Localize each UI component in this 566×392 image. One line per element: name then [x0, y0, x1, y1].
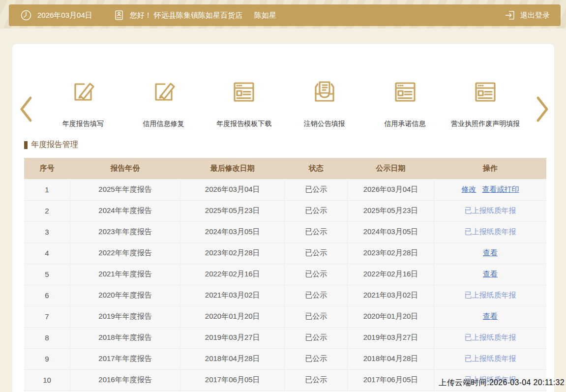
table-row: 32023年年度报告2024年03月05日已公示2024年03月05日已上报纸质… — [24, 221, 546, 242]
action-status-text: 已上报纸质年报 — [465, 354, 516, 362]
upload-time-watermark: 上传云端时间:2026-03-04 20:11:32 — [439, 378, 565, 388]
cell-year: 2020年年度报告 — [70, 285, 180, 306]
username-text: 陈如星 — [254, 11, 276, 20]
cell-published: 2020年01月20日 — [347, 306, 434, 327]
carousel-prev-button[interactable] — [18, 95, 33, 123]
cell-actions: 修改查看或打印 — [434, 179, 546, 200]
cell-year: 2017年年度报告 — [70, 348, 180, 369]
action-link[interactable]: 修改 — [462, 185, 477, 193]
document-icon — [391, 73, 419, 108]
menu-item-3[interactable]: 年度报告模板下载 — [204, 73, 284, 128]
chevron-right-icon — [536, 96, 550, 122]
column-header: 序号 — [24, 158, 70, 179]
cell-published: 2024年03月05日 — [347, 221, 434, 242]
cell-status: 已公示 — [285, 200, 347, 221]
topbar: 2026年03月04日 您好！ 怀远县陈集镇陈如星百货店 陈如星 退出登录 — [9, 4, 561, 26]
cell-modified: 2026年03月04日 — [180, 179, 285, 200]
menu-item-2[interactable]: 信用信息修复 — [123, 73, 204, 128]
section-title-marker — [24, 141, 28, 149]
menu-item-label: 营业执照作废声明填报 — [451, 120, 520, 128]
cell-published: 2025年05月23日 — [347, 200, 434, 221]
cell-modified: 2024年03月05日 — [180, 221, 285, 242]
action-status-text: 已上报纸质年报 — [465, 291, 516, 299]
cell-modified: 2021年03月02日 — [180, 285, 285, 306]
cell-actions: 查看 — [434, 264, 546, 285]
clock-icon — [20, 9, 32, 22]
cell-published: 2019年03月27日 — [347, 327, 434, 348]
cell-year: 2022年年度报告 — [70, 242, 180, 264]
logout-icon — [504, 9, 516, 21]
cell-status: 已公示 — [285, 242, 347, 264]
column-header: 操作 — [434, 158, 546, 179]
menu-item-label: 信用承诺信息 — [385, 120, 426, 128]
table-row: 42022年年度报告2023年02月28日已公示2023年02月28日查看 — [24, 242, 546, 264]
menu-item-5[interactable]: 信用承诺信息 — [365, 73, 446, 128]
cell-status: 已公示 — [285, 179, 347, 200]
cell-status: 已公示 — [285, 369, 347, 391]
cell-no: 8 — [24, 327, 70, 348]
cell-actions: 已上报纸质年报 — [434, 221, 546, 242]
topbar-left: 2026年03月04日 您好！ 怀远县陈集镇陈如星百货店 陈如星 — [20, 9, 276, 22]
carousel-next-button[interactable] — [536, 95, 550, 123]
action-link[interactable]: 查看或打印 — [482, 185, 519, 193]
cell-actions: 查看 — [434, 306, 546, 327]
cell-actions: 已上报纸质年报 — [434, 285, 546, 306]
cell-modified: 2018年04月28日 — [180, 348, 285, 369]
column-header: 状态 — [285, 158, 347, 179]
table-row: 22024年年度报告2025年05月23日已公示2025年05月23日已上报纸质… — [24, 200, 546, 221]
cell-status: 已公示 — [285, 348, 347, 369]
cell-year: 2018年年度报告 — [70, 327, 180, 348]
cell-modified: 2017年06月05日 — [180, 369, 285, 391]
column-header: 公示日期 — [347, 158, 434, 179]
cell-status: 已公示 — [285, 306, 347, 327]
cell-status: 已公示 — [285, 264, 347, 285]
menu-item-label: 年度报告填写 — [62, 120, 104, 128]
greeting-text: 您好！ 怀远县陈集镇陈如星百货店 — [130, 11, 242, 20]
action-link[interactable]: 查看 — [483, 312, 498, 320]
main-card: 年度报告填写信用信息修复年度报告模板下载注销公告填报信用承诺信息营业执照作废声明… — [12, 43, 555, 392]
document-icon — [472, 73, 499, 108]
cell-modified: 2022年02月16日 — [180, 264, 285, 285]
inbox-icon — [311, 73, 338, 108]
cell-no: 3 — [24, 221, 70, 242]
quick-menu-carousel: 年度报告填写信用信息修复年度报告模板下载注销公告填报信用承诺信息营业执照作废声明… — [12, 73, 554, 147]
cell-year: 2023年年度报告 — [70, 221, 180, 242]
section-title-text: 年度报告管理 — [31, 140, 78, 150]
document-icon — [230, 73, 258, 108]
column-header: 最后修改日期 — [180, 158, 285, 179]
cell-year: 2016年年度报告 — [70, 369, 180, 391]
cell-year: 2025年年度报告 — [70, 179, 180, 200]
menu-item-1[interactable]: 年度报告填写 — [43, 73, 123, 128]
menu-item-label: 信用信息修复 — [143, 120, 184, 128]
cell-actions: 已上报纸质年报 — [434, 327, 546, 348]
menu-item-6[interactable]: 营业执照作废声明填报 — [445, 73, 526, 128]
action-status-text: 已上报纸质年报 — [465, 206, 516, 214]
cell-actions: 已上报纸质年报 — [434, 200, 546, 221]
cell-no: 6 — [24, 285, 70, 306]
menu-item-4[interactable]: 注销公告填报 — [284, 73, 365, 128]
cell-published: 2026年03月04日 — [347, 179, 434, 200]
cell-actions: 已上报纸质年报 — [434, 348, 546, 369]
cell-no: 7 — [24, 306, 70, 327]
cell-status: 已公示 — [285, 327, 347, 348]
cell-no: 1 — [24, 179, 70, 200]
logout-button[interactable]: 退出登录 — [504, 9, 550, 21]
cell-year: 2021年年度报告 — [70, 264, 180, 285]
action-link[interactable]: 查看 — [483, 270, 498, 278]
cell-no: 4 — [24, 242, 70, 264]
cell-no: 10 — [24, 369, 70, 391]
table-row: 52021年年度报告2022年02月16日已公示2022年02月16日查看 — [24, 264, 546, 285]
action-link[interactable]: 查看 — [483, 248, 498, 257]
edit-icon — [150, 73, 178, 108]
cell-modified: 2020年01月20日 — [180, 306, 285, 327]
user-group: 您好！ 怀远县陈集镇陈如星百货店 陈如星 — [113, 9, 276, 21]
table-row: 12025年年度报告2026年03月04日已公示2026年03月04日修改查看或… — [24, 179, 546, 200]
cell-published: 2022年02月16日 — [347, 264, 434, 285]
date-group: 2026年03月04日 — [20, 9, 107, 22]
column-header: 报告年份 — [70, 158, 180, 179]
chevron-left-icon — [19, 96, 32, 122]
table-row: 92017年年度报告2018年04月28日已公示2018年04月28日已上报纸质… — [24, 348, 546, 369]
cell-status: 已公示 — [285, 221, 347, 242]
id-badge-icon — [113, 9, 125, 21]
table-row: 72019年年度报告2020年01月20日已公示2020年01月20日查看 — [24, 306, 546, 327]
